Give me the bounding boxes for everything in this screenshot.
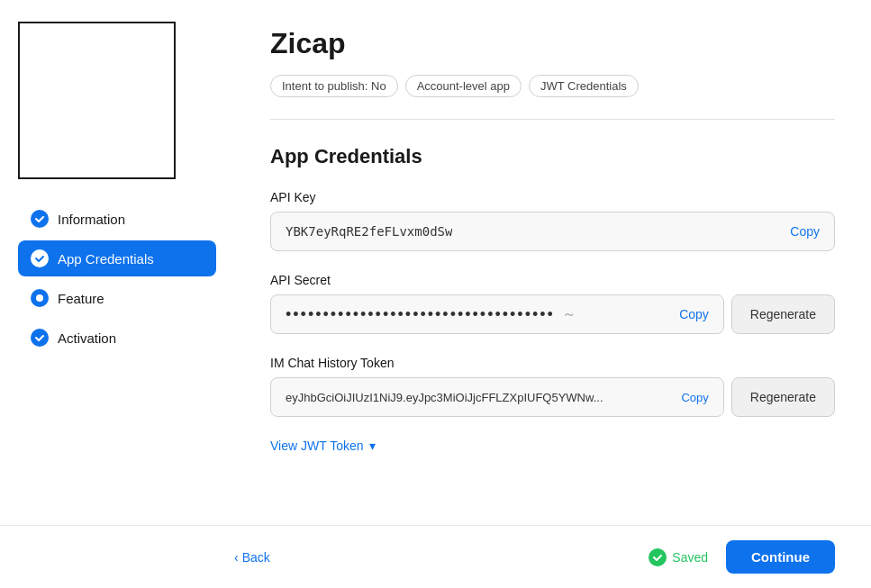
im-token-label: IM Chat History Token [270, 356, 835, 370]
tilde-icon: ～ [562, 305, 576, 324]
api-key-input: YBK7eyRqRE2feFLvxm0dSw Copy [270, 212, 835, 251]
continue-button[interactable]: Continue [726, 540, 835, 574]
view-jwt-label: View JWT Token [270, 439, 364, 453]
api-secret-regenerate-button[interactable]: Regenerate [731, 294, 835, 334]
api-secret-row: •••••••••••••••••••••••••••••••••••• ～ C… [270, 294, 835, 334]
chevron-left-icon: ‹ [234, 550, 239, 565]
badge-publish: Intent to publish: No [270, 75, 398, 97]
api-key-value: YBK7eyRqRE2feFLvxm0dSw [286, 224, 452, 239]
im-token-regenerate-button[interactable]: Regenerate [731, 377, 835, 417]
sidebar-item-activation[interactable]: Activation [18, 320, 216, 356]
sidebar-item-label-information: Information [58, 212, 125, 227]
main-content: Zicap Intent to publish: No Account-leve… [234, 0, 871, 588]
badge-list: Intent to publish: No Account-level app … [270, 75, 835, 97]
app-title: Zicap [270, 27, 835, 60]
sidebar-item-label-activation: Activation [58, 330, 116, 346]
sidebar: Information App Credentials Feature [0, 0, 234, 588]
api-secret-copy-button[interactable]: Copy [679, 307, 709, 321]
api-secret-dots: •••••••••••••••••••••••••••••••••••• [286, 305, 555, 324]
check-icon-activation [31, 329, 49, 347]
footer-right: Saved Continue [649, 540, 835, 574]
chevron-down-icon: ▾ [369, 439, 376, 453]
im-token-copy-button[interactable]: Copy [681, 391, 708, 404]
api-key-field: API Key YBK7eyRqRE2feFLvxm0dSw Copy [270, 190, 835, 251]
nav-menu: Information App Credentials Feature [18, 201, 216, 356]
check-icon-feature [31, 289, 49, 307]
app-logo [18, 22, 176, 179]
saved-label: Saved [672, 550, 708, 565]
check-icon-information [31, 210, 49, 228]
back-button[interactable]: ‹ Back [234, 550, 270, 565]
badge-account: Account-level app [405, 75, 522, 97]
back-label: Back [242, 550, 270, 565]
sidebar-item-feature[interactable]: Feature [18, 280, 216, 316]
api-secret-label: API Secret [270, 273, 835, 287]
im-token-row: eyJhbGciOiJIUzI1NiJ9.eyJpc3MiOiJjcFFLZXp… [270, 377, 835, 417]
check-icon-app-credentials [31, 249, 49, 267]
api-secret-dots-area: •••••••••••••••••••••••••••••••••••• ～ [286, 305, 679, 324]
api-key-label: API Key [270, 190, 835, 204]
im-token-field: IM Chat History Token eyJhbGciOiJIUzI1Ni… [270, 356, 835, 417]
sidebar-item-label-feature: Feature [58, 291, 104, 306]
im-token-input: eyJhbGciOiJIUzI1NiJ9.eyJpc3MiOiJjcFFLZXp… [270, 377, 724, 417]
api-secret-field: API Secret •••••••••••••••••••••••••••••… [270, 273, 835, 334]
im-token-value: eyJhbGciOiJIUzI1NiJ9.eyJpc3MiOiJjcFFLZXp… [286, 391, 603, 404]
section-divider [270, 119, 835, 120]
badge-jwt: JWT Credentials [529, 75, 639, 97]
view-jwt-button[interactable]: View JWT Token ▾ [270, 439, 835, 453]
sidebar-item-app-credentials[interactable]: App Credentials [18, 240, 216, 276]
api-secret-input: •••••••••••••••••••••••••••••••••••• ～ C… [270, 294, 724, 334]
saved-check-icon [649, 548, 667, 566]
sidebar-item-information[interactable]: Information [18, 201, 216, 237]
sidebar-item-label-app-credentials: App Credentials [58, 251, 154, 267]
saved-indicator: Saved [649, 548, 708, 566]
footer: ‹ Back Saved Continue [0, 525, 871, 588]
api-key-copy-button[interactable]: Copy [790, 224, 820, 239]
credentials-section-title: App Credentials [270, 145, 835, 168]
